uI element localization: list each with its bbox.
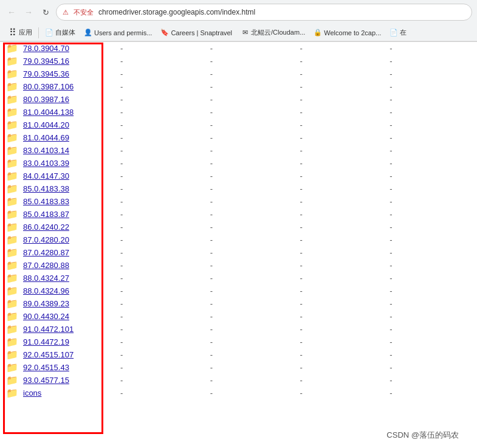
dash-cell: - (298, 348, 388, 361)
folder-icon: 📁 (6, 235, 18, 245)
dash-cell: - (118, 208, 208, 221)
folder-link[interactable]: 83.0.4103.14 (23, 146, 69, 155)
bookmark-2-label: Users and permis... (94, 29, 152, 36)
dash-cell: - (387, 80, 477, 93)
dash-cell: - (118, 348, 208, 361)
table-row: 📁88.0.4324.27---- (0, 272, 477, 284)
dash-cell: - (387, 323, 477, 336)
folder-link[interactable]: 85.0.4183.83 (23, 197, 69, 206)
dash-cell: - (387, 119, 477, 131)
dash-cell: - (387, 348, 477, 361)
bookmark-5-icon: 🔒 (314, 29, 322, 37)
dash-cell: - (208, 259, 298, 272)
security-warning-text: 不安全 (74, 8, 94, 17)
folder-link[interactable]: 90.0.4430.24 (23, 312, 69, 321)
dash-cell: - (118, 387, 208, 399)
dash-cell: - (118, 297, 208, 310)
dash-cell: - (298, 80, 388, 93)
reload-button[interactable]: ↻ (39, 5, 52, 19)
folder-link[interactable]: 81.0.4044.20 (23, 120, 69, 129)
dash-cell: - (118, 182, 208, 195)
dash-cell: - (118, 233, 208, 246)
folder-link[interactable]: 81.0.4044.138 (23, 108, 74, 117)
folder-link[interactable]: 91.0.4472.19 (23, 337, 69, 346)
folder-link[interactable]: 84.0.4147.30 (23, 171, 69, 181)
bookmark-3[interactable]: 🔖 Careers | Snaptravel (157, 27, 236, 38)
bookmark-4-label: 北鲲云/Cloudam... (251, 28, 305, 37)
bookmark-4-icon: ✉ (241, 29, 249, 37)
dash-cell: - (298, 374, 388, 387)
bookmark-5[interactable]: 🔒 Welcome to 2cap... (310, 27, 385, 38)
dash-cell: - (208, 208, 298, 221)
folder-link[interactable]: 88.0.4324.96 (23, 286, 69, 295)
forward-button[interactable]: → (22, 5, 35, 19)
dash-cell: - (208, 157, 298, 170)
dash-cell: - (208, 119, 298, 131)
back-button[interactable]: ← (5, 5, 18, 19)
table-row: 📁79.0.3945.36---- (0, 67, 477, 80)
folder-icon: 📁 (6, 222, 18, 232)
dash-cell: - (387, 297, 477, 310)
dash-cell: - (208, 182, 298, 195)
folder-link[interactable]: 87.0.4280.87 (23, 248, 69, 257)
table-row: 📁91.0.4472.19---- (0, 336, 477, 348)
folder-link[interactable]: 85.0.4183.87 (23, 210, 69, 219)
table-row: 📁85.0.4183.83---- (0, 195, 477, 208)
dash-cell: - (387, 284, 477, 297)
table-row: 📁87.0.4280.88---- (0, 259, 477, 272)
dash-cell: - (298, 119, 388, 131)
folder-link[interactable]: 78.0.3904.70 (23, 44, 69, 53)
folder-link[interactable]: 80.0.3987.16 (23, 95, 69, 104)
bookmark-6[interactable]: 📄 在 (386, 27, 410, 38)
folder-link[interactable]: 87.0.4280.20 (23, 235, 69, 244)
bookmark-1[interactable]: 📄 自媒体 (41, 27, 79, 38)
dash-cell: - (208, 297, 298, 310)
dash-cell: - (118, 374, 208, 387)
dash-cell: - (387, 221, 477, 233)
folder-icon: 📁 (6, 337, 18, 347)
folder-link[interactable]: 92.0.4515.43 (23, 363, 69, 372)
dash-cell: - (208, 55, 298, 67)
dash-cell: - (298, 67, 388, 80)
folder-link[interactable]: 80.0.3987.106 (23, 82, 74, 91)
dash-cell: - (298, 208, 388, 221)
folder-link[interactable]: icons (23, 388, 41, 398)
folder-link[interactable]: 81.0.4044.69 (23, 133, 69, 142)
table-row: 📁81.0.4044.138---- (0, 106, 477, 119)
folder-link[interactable]: 86.0.4240.22 (23, 222, 69, 232)
table-row: 📁87.0.4280.20---- (0, 233, 477, 246)
bookmark-apps[interactable]: ⠿ 应用 (5, 27, 36, 38)
folder-icon: 📁 (6, 324, 18, 334)
table-row: 📁88.0.4324.96---- (0, 284, 477, 297)
bookmark-separator-1 (38, 27, 39, 38)
dash-cell: - (298, 131, 388, 144)
folder-link[interactable]: 88.0.4324.27 (23, 274, 69, 283)
table-row: 📁92.0.4515.107---- (0, 348, 477, 361)
folder-icon: 📁 (6, 133, 18, 143)
folder-link[interactable]: 89.0.4389.23 (23, 299, 69, 308)
table-row: 📁84.0.4147.30---- (0, 170, 477, 182)
bookmark-5-label: Welcome to 2cap... (324, 29, 381, 36)
table-row: 📁90.0.4430.24---- (0, 310, 477, 323)
dash-cell: - (208, 42, 298, 55)
bookmark-4[interactable]: ✉ 北鲲云/Cloudam... (237, 27, 309, 38)
folder-link[interactable]: 79.0.3945.36 (23, 69, 69, 78)
address-bar[interactable]: ⚠ 不安全 chromedriver.storage.googleapis.co… (56, 4, 472, 21)
dash-cell: - (387, 208, 477, 221)
dash-cell: - (118, 361, 208, 374)
table-row: 📁89.0.4389.23---- (0, 297, 477, 310)
bookmark-2[interactable]: 👤 Users and permis... (80, 27, 156, 38)
folder-icon: 📁 (6, 350, 18, 360)
folder-link[interactable]: 83.0.4103.39 (23, 159, 69, 168)
folder-link[interactable]: 91.0.4472.101 (23, 325, 74, 334)
folder-link[interactable]: 85.0.4183.38 (23, 184, 69, 193)
dash-cell: - (118, 42, 208, 55)
folder-link[interactable]: 79.0.3945.16 (23, 57, 69, 66)
folder-link[interactable]: 93.0.4577.15 (23, 376, 69, 385)
folder-icon: 📁 (6, 311, 18, 322)
browser-chrome: ← → ↻ ⚠ 不安全 chromedriver.storage.googlea… (0, 0, 477, 42)
folder-link[interactable]: 87.0.4280.88 (23, 261, 69, 270)
folder-link[interactable]: 92.0.4515.107 (23, 350, 74, 359)
dash-cell: - (118, 93, 208, 106)
dash-cell: - (387, 144, 477, 157)
